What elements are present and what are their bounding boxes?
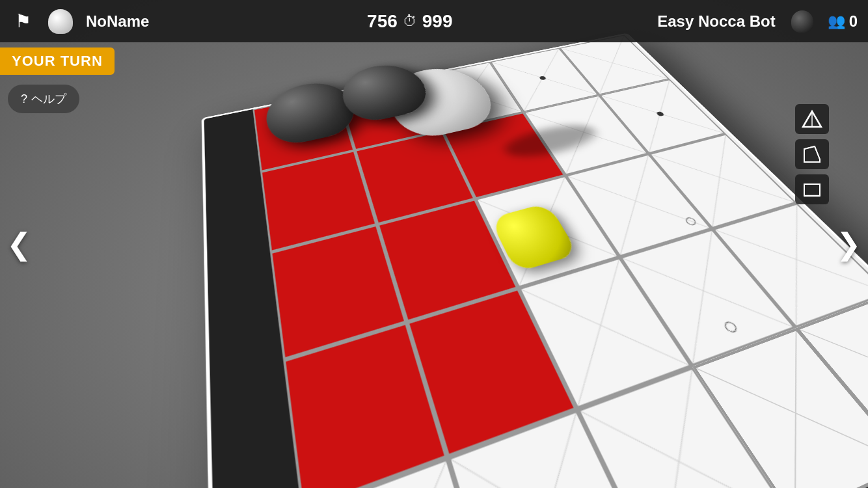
player-name: NoName (86, 12, 149, 31)
top-view-button[interactable] (795, 104, 829, 134)
right-arrow-button[interactable]: ❯ (836, 226, 861, 262)
bot-name: Easy Nocca Bot (657, 12, 775, 31)
svg-rect-7 (804, 184, 820, 196)
cell-red-1-2[interactable] (377, 199, 519, 323)
help-label: ヘルプ (31, 91, 66, 107)
view-buttons-panel (795, 104, 829, 204)
clock-icon: ⏱ (403, 13, 417, 30)
board-container: NOCCA NOCCA NOCCA (202, 33, 868, 488)
side-view-icon (802, 179, 822, 200)
help-button[interactable]: ? ヘルプ (8, 85, 79, 113)
left-arrow-button[interactable]: ❮ (7, 226, 32, 262)
game-board[interactable]: NOCCA NOCCA NOCCA (202, 33, 868, 488)
players-icon: 👥 (828, 13, 845, 30)
your-turn-badge: YOUR TURN (0, 47, 115, 75)
player-piece-white (48, 9, 73, 34)
side-view-button[interactable] (795, 174, 829, 204)
players-count: 0 (849, 12, 858, 31)
flag-button[interactable]: ⚑ (10, 9, 35, 34)
help-question-mark: ? (21, 92, 27, 106)
players-area: 👥 0 (828, 12, 858, 31)
player-score: 756 (367, 11, 398, 32)
score-area: 756 ⏱ 999 (170, 11, 649, 32)
bot-piece-black (791, 10, 813, 33)
top-view-icon (802, 109, 822, 129)
flag-icon: ⚑ (15, 10, 31, 32)
header-bar: ⚑ NoName 756 ⏱ 999 Easy Nocca Bot 👥 0 (0, 0, 868, 42)
game-area: NOCCA NOCCA NOCCA (0, 0, 868, 488)
time-display: 999 (422, 11, 453, 32)
angle-view-icon (802, 144, 822, 165)
board-scene: NOCCA NOCCA NOCCA (0, 39, 868, 488)
svg-line-4 (804, 146, 815, 149)
angle-view-button[interactable] (795, 139, 829, 169)
svg-line-6 (815, 146, 820, 159)
